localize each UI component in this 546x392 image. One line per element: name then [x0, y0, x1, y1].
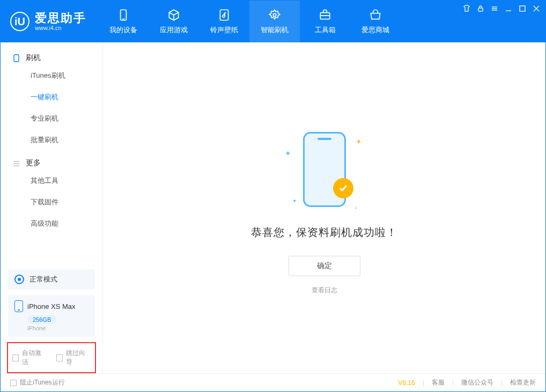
sparkle-icon: ✦	[285, 149, 291, 158]
footer-link-wechat[interactable]: 微信公众号	[461, 378, 493, 387]
sidebar-item-itunes-flash[interactable]: iTunes刷机	[1, 65, 102, 86]
tab-toolbox[interactable]: 工具箱	[300, 1, 350, 42]
tab-smart-flash[interactable]: 智能刷机	[249, 1, 300, 42]
sidebar-item-oneclick-flash[interactable]: 一键刷机	[1, 86, 102, 108]
tab-label: 应用游戏	[160, 25, 188, 35]
sidebar-item-download-firmware[interactable]: 下载固件	[1, 191, 102, 213]
footer: 阻止iTunes运行 V8.16 | 客服 | 微信公众号 | 检查更新	[1, 373, 545, 391]
tab-label: 智能刷机	[261, 25, 289, 35]
sidebar-item-pro-flash[interactable]: 专业刷机	[1, 108, 102, 129]
menu-group-more: 更多	[1, 151, 102, 170]
tab-apps-games[interactable]: 应用游戏	[149, 1, 199, 42]
lock-icon[interactable]	[477, 5, 484, 12]
sparkle-icon: •	[355, 205, 357, 210]
device-phone-icon	[14, 300, 23, 312]
tab-label: 我的设备	[109, 25, 137, 35]
main-content: ✦ ✦ ✦ • 恭喜您，保资料刷机成功啦！ 确定 查看日志	[102, 42, 545, 373]
cube-icon	[167, 8, 181, 22]
brand-logo-icon: iU	[10, 12, 29, 31]
device-name: iPhone XS Max	[27, 302, 76, 310]
device-block[interactable]: iPhone XS Max 256GB iPhone	[8, 295, 95, 337]
footer-link-support[interactable]: 客服	[432, 378, 445, 387]
checkbox-block-itunes[interactable]: 阻止iTunes运行	[10, 378, 65, 387]
sparkle-icon: ✦	[292, 198, 297, 204]
minimize-icon[interactable]	[505, 5, 512, 12]
highlighted-options-row: 自动激活 跳过向导	[7, 342, 96, 373]
phone-icon	[12, 54, 20, 62]
ok-button[interactable]: 确定	[289, 256, 360, 276]
list-icon	[12, 159, 20, 167]
brand-subtitle: www.i4.cn	[35, 25, 86, 31]
sidebar-menu: 刷机 iTunes刷机 一键刷机 专业刷机 批量刷机 更多 其他工具 下载固件 …	[1, 42, 102, 269]
checkbox-box-icon	[12, 354, 19, 361]
status-dot-icon	[14, 275, 24, 284]
version-label: V8.16	[398, 379, 415, 387]
svg-rect-10	[520, 6, 525, 11]
svg-point-13	[529, 375, 532, 378]
success-check-icon	[333, 178, 353, 198]
tab-my-device[interactable]: 我的设备	[98, 1, 149, 42]
svg-point-3	[273, 13, 276, 16]
success-message: 恭喜您，保资料刷机成功啦！	[251, 225, 397, 240]
checkbox-label: 跳过向导	[66, 349, 91, 367]
success-illustration: ✦ ✦ ✦ •	[276, 121, 373, 218]
svg-rect-5	[478, 8, 483, 11]
device-icon	[116, 8, 130, 22]
checkbox-box-icon	[10, 380, 17, 386]
toolbox-icon	[318, 8, 332, 22]
tab-store[interactable]: 爱思商城	[350, 1, 401, 42]
body: 刷机 iTunes刷机 一键刷机 专业刷机 批量刷机 更多 其他工具 下载固件 …	[1, 42, 545, 373]
device-storage-badge: 256GB	[27, 315, 56, 324]
app-window: iU 爱思助手 www.i4.cn 我的设备 应用游戏 铃声壁纸 智能刷机	[0, 0, 546, 392]
main-tabs: 我的设备 应用游戏 铃声壁纸 智能刷机 工具箱 爱思商城	[98, 1, 401, 42]
menu-icon[interactable]	[491, 5, 498, 12]
svg-rect-14	[14, 55, 19, 62]
menu-group-title: 刷机	[26, 53, 41, 63]
brand-title: 爱思助手	[35, 12, 86, 25]
checkbox-label: 自动激活	[22, 349, 47, 367]
gear-icon	[268, 8, 282, 22]
checkbox-auto-activate[interactable]: 自动激活	[12, 349, 47, 367]
checkbox-skip-guide[interactable]: 跳过向导	[56, 349, 91, 367]
sidebar-item-advanced[interactable]: 高级功能	[1, 213, 102, 234]
checkbox-box-icon	[56, 354, 63, 361]
close-icon[interactable]	[533, 5, 540, 12]
status-label: 正常模式	[29, 275, 57, 284]
music-icon	[217, 8, 231, 22]
tab-label: 铃声壁纸	[210, 25, 238, 35]
header: iU 爱思助手 www.i4.cn 我的设备 应用游戏 铃声壁纸 智能刷机	[1, 1, 545, 42]
store-icon	[368, 8, 382, 22]
brand-block: iU 爱思助手 www.i4.cn	[1, 1, 98, 42]
tshirt-icon[interactable]	[463, 5, 470, 12]
menu-group-title: 更多	[26, 158, 41, 168]
device-type: iPhone	[27, 325, 88, 331]
tab-label: 爱思商城	[361, 25, 389, 35]
view-log-link[interactable]: 查看日志	[312, 286, 337, 295]
tab-label: 工具箱	[315, 25, 336, 35]
sidebar: 刷机 iTunes刷机 一键刷机 专业刷机 批量刷机 更多 其他工具 下载固件 …	[1, 42, 102, 373]
sparkle-icon: ✦	[356, 137, 362, 146]
tab-ringtone-wallpaper[interactable]: 铃声壁纸	[199, 1, 249, 42]
window-controls	[463, 5, 540, 12]
sidebar-item-other-tools[interactable]: 其他工具	[1, 170, 102, 191]
menu-group-flash: 刷机	[1, 46, 102, 65]
checkbox-label: 阻止iTunes运行	[20, 378, 65, 387]
maximize-icon[interactable]	[519, 5, 526, 12]
status-block[interactable]: 正常模式	[8, 269, 95, 290]
sidebar-item-batch-flash[interactable]: 批量刷机	[1, 129, 102, 151]
